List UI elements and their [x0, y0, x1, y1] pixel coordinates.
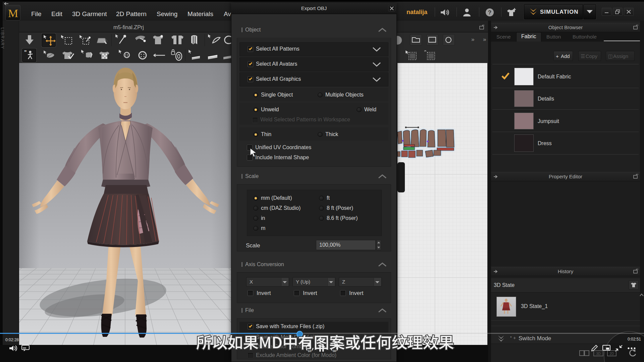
svg-text:10: 10	[308, 349, 312, 353]
svg-text:2D: 2D	[610, 352, 614, 356]
svg-text:?: ?	[488, 9, 491, 16]
svg-text:": "	[24, 50, 27, 55]
svg-text:30: 30	[333, 349, 336, 353]
svg-text:3D: 3D	[596, 352, 601, 356]
